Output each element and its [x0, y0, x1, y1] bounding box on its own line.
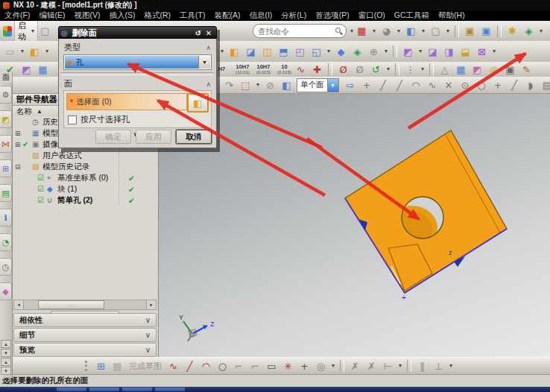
- sketch-task-icon[interactable]: ⊞: [94, 359, 108, 373]
- sort-ascending-icon[interactable]: ▲: [37, 108, 42, 115]
- snap-midpoint-icon[interactable]: ╱: [393, 78, 407, 92]
- boss-icon[interactable]: ◧: [227, 45, 241, 58]
- dropdown-caret[interactable]: ▾: [420, 63, 426, 76]
- scrollbar-thumb[interactable]: ⋯: [38, 300, 104, 309]
- pad-icon[interactable]: ◫: [260, 45, 274, 58]
- checkbox-icon[interactable]: ☑: [37, 185, 47, 193]
- shell-icon[interactable]: ◰: [293, 45, 307, 58]
- point-icon[interactable]: +: [297, 359, 312, 373]
- roles-gear-icon[interactable]: ⚙: [0, 86, 12, 104]
- studio-spline-icon[interactable]: ∿: [166, 359, 180, 373]
- separator[interactable]: [328, 63, 332, 75]
- checkbox[interactable]: [68, 116, 77, 124]
- snap-arc-icon[interactable]: ◠: [409, 78, 423, 92]
- unite-icon[interactable]: ◆: [334, 45, 348, 58]
- no-selection-filter-icon[interactable]: Ø: [336, 63, 350, 76]
- dropdown-caret[interactable]: ▾: [219, 45, 225, 58]
- collapse-icon[interactable]: ∧: [206, 44, 211, 51]
- subtract-icon[interactable]: ◈: [350, 45, 364, 58]
- menu-help[interactable]: 帮助(H): [434, 10, 470, 21]
- cancel-button[interactable]: 取消: [176, 130, 212, 144]
- menu-file[interactable]: 文件(F): [0, 10, 34, 21]
- snap-center-icon[interactable]: ⊙: [458, 78, 472, 92]
- history-icon[interactable]: ◔: [0, 233, 12, 251]
- synchronous-move-face-icon[interactable]: ◩: [401, 45, 415, 58]
- assembly-navigator-icon[interactable]: ◩: [0, 110, 12, 128]
- line-icon[interactable]: ╱: [183, 359, 197, 373]
- chevron-down-icon[interactable]: ▾: [349, 25, 355, 38]
- tolerance-icon[interactable]: 10H7(0.015): [254, 63, 273, 76]
- apply-filter-icon[interactable]: ⇨: [344, 78, 358, 92]
- undo-curve-icon[interactable]: ↷: [222, 78, 236, 92]
- triangle-mesh-icon[interactable]: △: [437, 63, 452, 76]
- taskbar-button[interactable]: [155, 388, 185, 391]
- dialog-reset-icon[interactable]: ↺: [193, 29, 203, 37]
- search-input[interactable]: [256, 26, 335, 37]
- orient-view-icon[interactable]: ◧: [404, 25, 418, 38]
- scroll-down-icon[interactable]: ▼: [1, 349, 11, 357]
- perpendicular-constraint-icon[interactable]: ⊥: [432, 359, 446, 373]
- collapse-icon[interactable]: ∧: [206, 80, 211, 88]
- tree-item-user-expressions[interactable]: ▨ 用户表达式: [12, 150, 158, 161]
- tolerance-icon[interactable]: 10(0.015): [275, 63, 294, 76]
- separator[interactable]: [395, 63, 399, 75]
- snap-intersection-icon[interactable]: ✕: [442, 78, 456, 92]
- clock-icon[interactable]: ◷: [0, 258, 12, 276]
- face-select-cube-button[interactable]: ◧: [187, 93, 209, 113]
- menu-view[interactable]: 视图(V): [69, 10, 104, 21]
- snap-grid-icon[interactable]: ▤: [540, 78, 550, 92]
- menu-tools[interactable]: 工具(T): [175, 10, 209, 21]
- offset-region-icon[interactable]: ◨: [442, 45, 456, 58]
- move-component-icon[interactable]: ◈: [522, 25, 536, 38]
- expander-icon[interactable]: ⊞: [15, 141, 22, 148]
- rapid-dimension-icon[interactable]: ⊢: [381, 359, 395, 373]
- dropdown-caret[interactable]: ▾: [326, 45, 332, 58]
- material-palette-icon[interactable]: ◆: [0, 282, 12, 300]
- sheet-icon[interactable]: ▣: [503, 63, 517, 76]
- assembly-constraints-icon[interactable]: ✳: [546, 25, 550, 38]
- spreadsheet-icon[interactable]: ▦: [36, 63, 50, 76]
- fillet-icon[interactable]: ⌐: [232, 359, 246, 373]
- snap-point-icon[interactable]: +: [360, 78, 374, 92]
- start-button[interactable]: 启动 ▾: [14, 19, 38, 44]
- draft-icon[interactable]: ◱: [309, 45, 323, 58]
- menu-edit[interactable]: 编辑(E): [34, 10, 69, 21]
- stitch-curve-icon[interactable]: ∿: [294, 63, 308, 76]
- expander-icon[interactable]: ⊟: [15, 163, 22, 171]
- dropdown-caret[interactable]: ▾: [371, 25, 377, 38]
- checkbox-icon[interactable]: ☑: [37, 174, 47, 182]
- intersect-icon[interactable]: ⊕: [367, 45, 381, 58]
- no-snap-icon[interactable]: ⊘: [263, 78, 277, 92]
- tolerance-icon[interactable]: 10H7(10.01): [233, 63, 252, 76]
- dropdown-caret[interactable]: ▾: [19, 45, 25, 58]
- display-mode-icon[interactable]: ▦: [355, 25, 369, 38]
- tree-item-simple-hole[interactable]: ☑ ∪ 简单孔 (2) ✔: [12, 195, 158, 206]
- taskbar-button[interactable]: [57, 388, 86, 391]
- dropdown-caret[interactable]: ▾: [397, 359, 403, 373]
- dropdown-caret[interactable]: ▾: [44, 45, 50, 58]
- menu-format[interactable]: 格式(R): [139, 10, 175, 21]
- diameter-icon[interactable]: Ø: [353, 63, 367, 76]
- scroll-up2-icon[interactable]: ▲: [1, 358, 11, 366]
- snap-plus-icon[interactable]: +: [491, 78, 505, 92]
- menu-gc-toolbox[interactable]: GC工具箱: [390, 10, 434, 21]
- checkbox-icon[interactable]: ✔: [22, 140, 32, 148]
- quick-trim-icon[interactable]: ✗: [348, 359, 362, 373]
- chevron-down-icon[interactable]: ∨: [145, 346, 151, 354]
- dropdown-caret[interactable]: ▾: [448, 359, 454, 373]
- snap-face-icon[interactable]: ◗: [524, 78, 538, 92]
- separator[interactable]: [393, 45, 397, 57]
- separator[interactable]: [429, 63, 434, 75]
- sketch-icon[interactable]: ▭: [3, 45, 17, 58]
- snap-spline-icon[interactable]: ∿: [426, 78, 440, 92]
- chevron-down-icon[interactable]: ∨: [145, 331, 151, 339]
- type-dropdown[interactable]: ◉ 孔 ▼: [63, 54, 212, 70]
- snap-settings-icon[interactable]: ⋮: [403, 63, 417, 76]
- dropdown-caret[interactable]: ▾: [538, 25, 544, 38]
- separator[interactable]: [455, 25, 459, 37]
- new-file-icon[interactable]: ▢: [38, 25, 52, 38]
- chevron-down-icon[interactable]: ▼: [327, 79, 338, 92]
- select-face-row[interactable]: * 选择面 (0): [66, 93, 187, 110]
- circle-icon[interactable]: ○: [215, 359, 230, 373]
- quick-extend-icon[interactable]: ✗: [364, 359, 379, 373]
